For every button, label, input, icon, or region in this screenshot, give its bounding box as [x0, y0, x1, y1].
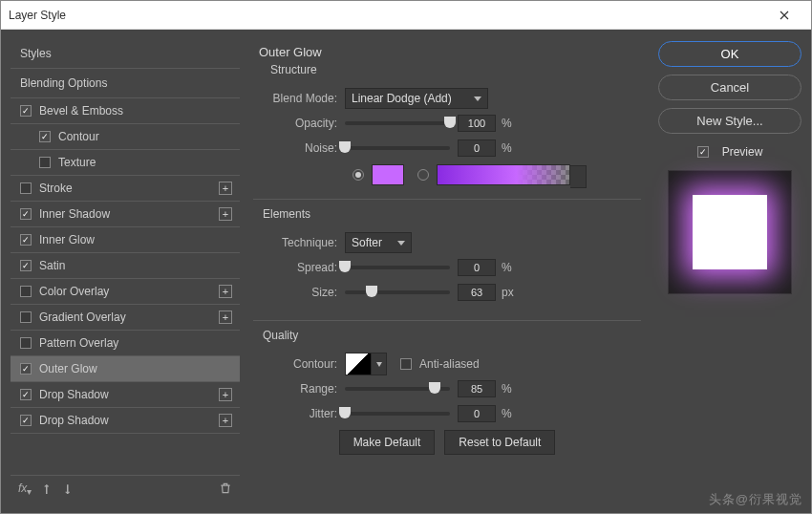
- technique-label: Technique:: [261, 236, 345, 249]
- contour-dropdown-icon[interactable]: [372, 353, 387, 375]
- ok-button[interactable]: OK: [658, 41, 801, 67]
- checkbox-icon[interactable]: [20, 415, 32, 426]
- checkbox-icon[interactable]: [20, 234, 32, 246]
- settings-panel: Outer Glow Structure Blend Mode: Linear …: [249, 39, 649, 503]
- range-input[interactable]: 85: [458, 380, 496, 397]
- size-slider[interactable]: [345, 290, 450, 294]
- checkbox-icon[interactable]: [20, 286, 32, 297]
- add-effect-icon[interactable]: +: [219, 182, 232, 195]
- sidebar-item-label: Bevel & Emboss: [39, 104, 123, 118]
- add-effect-icon[interactable]: +: [219, 388, 232, 401]
- checkbox-icon[interactable]: [39, 157, 51, 168]
- add-effect-icon[interactable]: +: [219, 311, 232, 324]
- close-button[interactable]: [765, 1, 803, 30]
- gradient-picker[interactable]: [437, 164, 570, 185]
- size-label: Size:: [261, 286, 345, 299]
- sidebar-item-label: Drop Shadow: [39, 414, 109, 427]
- elements-title: Elements: [263, 207, 641, 221]
- technique-dropdown[interactable]: Softer: [345, 232, 412, 253]
- noise-input[interactable]: 0: [458, 139, 496, 157]
- preview-label: Preview: [722, 145, 763, 159]
- spread-slider[interactable]: [345, 266, 450, 269]
- arrow-down-icon[interactable]: 🠗: [62, 483, 74, 497]
- checkbox-icon[interactable]: [20, 311, 32, 323]
- blend-mode-dropdown[interactable]: Linear Dodge (Add): [345, 88, 488, 109]
- watermark: 头条@衍果视觉: [709, 491, 802, 508]
- range-label: Range:: [261, 382, 345, 396]
- size-input[interactable]: 63: [458, 284, 496, 301]
- color-swatch[interactable]: [372, 164, 404, 185]
- sidebar-item-label: Drop Shadow: [39, 388, 109, 401]
- sidebar-item-inner-glow[interactable]: Inner Glow: [11, 227, 240, 253]
- sidebar-header[interactable]: Styles: [11, 39, 240, 69]
- add-effect-icon[interactable]: +: [219, 207, 232, 221]
- arrow-up-icon[interactable]: 🠕: [41, 483, 53, 497]
- sidebar-item-satin[interactable]: Satin: [11, 253, 240, 279]
- checkbox-icon[interactable]: [20, 182, 32, 194]
- noise-label: Noise:: [261, 141, 345, 155]
- opacity-input[interactable]: 100: [458, 115, 496, 132]
- sidebar-item-label: Texture: [58, 156, 96, 169]
- opacity-slider[interactable]: [345, 121, 450, 125]
- make-default-button[interactable]: Make Default: [339, 430, 436, 455]
- reset-default-button[interactable]: Reset to Default: [444, 430, 555, 455]
- sidebar-item-gradient-overlay[interactable]: Gradient Overlay+: [11, 305, 240, 331]
- preview-checkbox[interactable]: [697, 146, 709, 158]
- checkbox-icon[interactable]: [20, 363, 32, 375]
- sidebar-footer: fx▾ 🠕 🠗: [11, 475, 240, 503]
- gradient-radio[interactable]: [417, 169, 429, 181]
- contour-picker[interactable]: [345, 353, 372, 375]
- noise-slider[interactable]: [345, 146, 450, 150]
- antialiased-label: Anti-aliased: [419, 357, 480, 371]
- checkbox-icon[interactable]: [20, 260, 32, 271]
- sidebar-item-label: Inner Shadow: [39, 207, 110, 221]
- sidebar-item-outer-glow[interactable]: Outer Glow: [11, 356, 240, 382]
- structure-title: Structure: [270, 63, 641, 76]
- blending-options[interactable]: Blending Options: [11, 69, 240, 98]
- close-icon: [780, 11, 789, 20]
- jitter-slider[interactable]: [345, 412, 450, 416]
- add-effect-icon[interactable]: +: [219, 285, 232, 298]
- range-slider[interactable]: [345, 387, 450, 391]
- add-effect-icon[interactable]: +: [219, 414, 232, 427]
- window-title: Layer Style: [9, 9, 66, 22]
- sidebar-item-stroke[interactable]: Stroke+: [11, 176, 240, 202]
- sidebar-item-label: Inner Glow: [39, 233, 95, 246]
- opacity-label: Opacity:: [261, 117, 345, 130]
- spread-label: Spread:: [261, 261, 345, 274]
- title-bar: Layer Style: [1, 1, 811, 30]
- trash-icon[interactable]: [219, 482, 232, 498]
- sidebar-item-label: Outer Glow: [39, 362, 97, 375]
- sidebar-item-label: Satin: [39, 259, 65, 272]
- sidebar-item-pattern-overlay[interactable]: Pattern Overlay: [11, 331, 240, 356]
- quality-title: Quality: [263, 329, 641, 342]
- preview-thumbnail: [668, 170, 792, 294]
- blend-mode-label: Blend Mode:: [261, 92, 345, 105]
- jitter-input[interactable]: 0: [458, 405, 496, 422]
- panel-title: Outer Glow: [259, 45, 641, 59]
- checkbox-icon[interactable]: [20, 105, 32, 117]
- checkbox-icon[interactable]: [39, 131, 51, 142]
- fx-menu-icon[interactable]: fx▾: [18, 482, 32, 497]
- solid-color-radio[interactable]: [353, 169, 364, 181]
- sidebar-item-bevel-emboss[interactable]: Bevel & Emboss: [11, 98, 240, 124]
- contour-label: Contour:: [261, 357, 345, 371]
- sidebar-item-drop-shadow[interactable]: Drop Shadow+: [11, 408, 240, 434]
- antialiased-checkbox[interactable]: [400, 358, 412, 370]
- sidebar-item-label: Pattern Overlay: [39, 336, 118, 350]
- styles-sidebar: Styles Blending Options Bevel & EmbossCo…: [11, 39, 240, 503]
- sidebar-item-color-overlay[interactable]: Color Overlay+: [11, 279, 240, 305]
- sidebar-item-contour[interactable]: Contour: [11, 124, 240, 150]
- sidebar-item-drop-shadow[interactable]: Drop Shadow+: [11, 382, 240, 408]
- sidebar-item-inner-shadow[interactable]: Inner Shadow+: [11, 202, 240, 227]
- sidebar-item-label: Stroke: [39, 182, 73, 195]
- checkbox-icon[interactable]: [20, 208, 32, 220]
- checkbox-icon[interactable]: [20, 337, 32, 349]
- cancel-button[interactable]: Cancel: [658, 75, 801, 100]
- right-column: OK Cancel New Style... Preview: [658, 39, 801, 503]
- new-style-button[interactable]: New Style...: [658, 108, 801, 134]
- sidebar-item-label: Contour: [58, 130, 99, 143]
- sidebar-item-texture[interactable]: Texture: [11, 150, 240, 176]
- checkbox-icon[interactable]: [20, 389, 32, 400]
- spread-input[interactable]: 0: [458, 259, 496, 276]
